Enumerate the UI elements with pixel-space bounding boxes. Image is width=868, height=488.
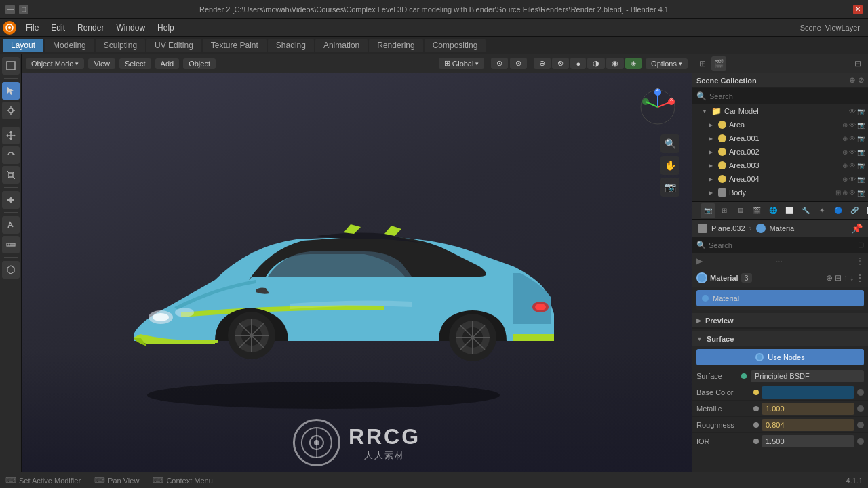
mat-up-btn[interactable]: ↑ <box>844 273 848 283</box>
prop-filter-icon[interactable]: ⊟ <box>858 241 864 249</box>
snap-btn[interactable]: ⊙ <box>491 58 508 69</box>
mat-remove-btn[interactable]: ⊟ <box>835 273 842 283</box>
scene-icon[interactable]: 🎬 <box>711 56 726 71</box>
annotate-tool[interactable] <box>2 216 20 234</box>
scale-tool[interactable] <box>2 166 20 184</box>
mode-selector[interactable]: Object Mode ▾ <box>26 58 84 69</box>
outliner-item-area002[interactable]: ▶ Area.002 ⊕ 👁 📷 <box>692 145 868 159</box>
expand-arrow[interactable]: ▼ <box>702 108 709 115</box>
overlay-btn[interactable]: ⊕ <box>534 58 551 69</box>
panel-options[interactable]: ⋮ <box>856 256 864 266</box>
gizmo-btn[interactable]: ⊗ <box>552 58 569 69</box>
expand-icon[interactable]: ▶ <box>696 256 703 266</box>
viewport-view[interactable]: View <box>88 58 115 69</box>
outliner-item-area001[interactable]: ▶ Area.001 ⊕ 👁 📷 <box>692 131 868 145</box>
tab-sculpting[interactable]: Sculpting <box>96 39 145 52</box>
metallic-output-socket[interactable] <box>857 405 864 412</box>
prop-icon-output[interactable]: ⊞ <box>717 203 732 218</box>
prop-icon-object[interactable]: ⬜ <box>782 203 797 218</box>
expand-arrow[interactable]: ▶ <box>709 136 715 142</box>
outliner-item-area003[interactable]: ▶ Area.003 ⊕ 👁 📷 <box>692 159 868 172</box>
prop-icon-data[interactable]: 📊 <box>863 203 868 218</box>
menu-window[interactable]: Window <box>111 22 151 34</box>
shading-eevee[interactable]: ◈ <box>625 58 642 69</box>
camera-widget[interactable]: 📷 <box>660 178 679 197</box>
roughness-socket[interactable] <box>753 422 759 428</box>
render-icon[interactable]: 📷 <box>857 189 865 197</box>
restrict-icon[interactable]: ⊕ <box>842 176 848 183</box>
prop-icon-world[interactable]: 🌐 <box>766 203 781 218</box>
render-icon[interactable]: 📷 <box>857 135 865 142</box>
prop-icon-scene[interactable]: 🎬 <box>749 203 764 218</box>
add-cube-tool[interactable] <box>2 261 20 279</box>
expand-arrow[interactable]: ▶ <box>709 176 715 182</box>
shader-selector[interactable]: Principled BSDF <box>751 370 864 382</box>
ior-socket[interactable] <box>753 439 759 444</box>
minimize-button[interactable]: — <box>5 5 15 14</box>
collection-filter[interactable]: ⊕ <box>849 76 855 85</box>
visibility-icon[interactable]: 👁 <box>849 148 856 156</box>
metallic-socket[interactable] <box>753 406 759 411</box>
base-color-value[interactable] <box>762 386 854 399</box>
search-input[interactable] <box>709 92 864 100</box>
preview-header[interactable]: ▶ Preview <box>692 313 868 328</box>
viewport-select[interactable]: Select <box>119 58 151 69</box>
tab-modeling[interactable]: Modeling <box>45 39 94 52</box>
tab-layout[interactable]: Layout <box>3 39 43 52</box>
prop-icon-modifier[interactable]: 🔧 <box>798 203 813 218</box>
measure-tool[interactable] <box>2 236 20 253</box>
material-list-item[interactable]: Material <box>696 290 864 306</box>
visibility-icon[interactable]: 👁 <box>849 162 856 169</box>
zoom-widget[interactable]: 🔍 <box>660 134 679 153</box>
tab-rendering[interactable]: Rendering <box>369 39 422 52</box>
prop-icon-render[interactable]: 📷 <box>701 203 715 218</box>
base-color-socket[interactable] <box>753 390 759 395</box>
modifier-icon[interactable]: ⊞ <box>835 189 841 197</box>
prop-icon-view[interactable]: 🖥 <box>733 203 748 218</box>
restrict-icon[interactable]: ⊕ <box>842 189 848 197</box>
outliner-item-area[interactable]: ▶ Area ⊕ 👁 📷 <box>692 118 868 131</box>
move-tool[interactable] <box>2 127 20 144</box>
render-icon[interactable]: 📷 <box>857 108 865 115</box>
navigation-gizmo[interactable]: Z X <box>637 87 678 127</box>
ior-value[interactable]: 1.500 <box>762 435 854 447</box>
viewport[interactable]: Object Mode ▾ View Select Add Object ⊞ G… <box>22 54 692 487</box>
tab-compositing[interactable]: Compositing <box>425 39 486 52</box>
options-btn[interactable]: Options ▾ <box>646 58 688 69</box>
expand-arrow[interactable]: ▶ <box>709 149 715 155</box>
render-icon[interactable]: 📷 <box>857 121 865 129</box>
surface-header[interactable]: ▼ Surface <box>692 331 868 346</box>
menu-render[interactable]: Render <box>72 22 109 34</box>
visibility-icon[interactable]: 👁 <box>849 189 856 197</box>
tab-uv-editing[interactable]: UV Editing <box>146 39 201 52</box>
select-tool[interactable] <box>2 82 20 100</box>
restrict-icon[interactable]: ⊕ <box>842 121 848 129</box>
outliner-icon[interactable]: ⊞ <box>695 56 710 71</box>
menu-file[interactable]: File <box>20 22 44 34</box>
tab-shading[interactable]: Shading <box>268 39 314 52</box>
visibility-icon[interactable]: 👁 <box>849 176 856 183</box>
rotate-tool[interactable] <box>2 146 20 164</box>
outliner-item-body[interactable]: ▶ Body ⊞ ⊕ 👁 📷 <box>692 186 868 199</box>
ior-output-socket[interactable] <box>857 438 864 445</box>
roughness-value[interactable]: 0.804 <box>762 419 854 431</box>
restrict-icon[interactable]: ⊕ <box>842 148 848 156</box>
transform-tool[interactable] <box>2 191 20 209</box>
expand-arrow[interactable]: ▶ <box>709 163 715 169</box>
restrict-icon[interactable]: ⊕ <box>842 162 848 169</box>
base-color-output-socket[interactable] <box>857 389 864 396</box>
prop-pin[interactable]: 📌 <box>851 223 863 234</box>
expand-arrow[interactable]: ▶ <box>709 190 715 196</box>
prop-search-input[interactable] <box>709 241 855 249</box>
viewport-canvas[interactable]: Z X 🔍 ✋ 📷 <box>22 73 692 487</box>
visibility-icon[interactable]: 👁 <box>849 108 856 115</box>
visibility-icon[interactable]: 👁 <box>849 135 856 142</box>
mat-down-btn[interactable]: ↓ <box>850 273 854 283</box>
prop-icon-physics[interactable]: 🔵 <box>831 203 846 218</box>
visibility-icon[interactable]: 👁 <box>849 121 856 129</box>
transform-selector[interactable]: ⊞ Global ▾ <box>439 58 485 69</box>
restrict-icon[interactable]: ⊕ <box>842 135 848 142</box>
render-icon[interactable]: 📷 <box>857 162 865 169</box>
shading-material[interactable]: ◑ <box>587 58 605 69</box>
prop-icon-constraints[interactable]: 🔗 <box>847 203 862 218</box>
